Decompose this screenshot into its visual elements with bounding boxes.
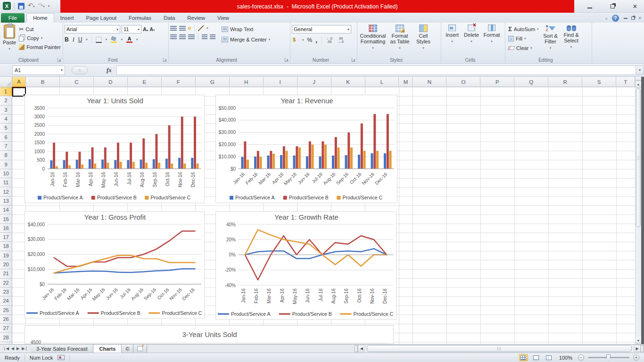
- workbook-close-icon[interactable]: ×: [638, 16, 641, 21]
- zoom-in-icon[interactable]: +: [633, 354, 639, 361]
- row-header-24[interactable]: 24: [0, 296, 12, 305]
- horizontal-split-handle-right[interactable]: [641, 345, 644, 352]
- comma-style-icon[interactable]: ,: [315, 36, 317, 44]
- align-bottom-icon[interactable]: [188, 27, 191, 30]
- chart-three-year-units-sold[interactable]: 3-Year Units Sold 4500: [25, 325, 394, 344]
- column-header-r[interactable]: R: [548, 77, 582, 87]
- next-sheet-icon[interactable]: ▶: [17, 346, 19, 351]
- page-break-view-button[interactable]: [545, 354, 553, 361]
- workbook-restore-icon[interactable]: [631, 16, 635, 20]
- row-header-10[interactable]: 10: [0, 169, 12, 178]
- row-header-9[interactable]: 9: [0, 160, 12, 169]
- italic-icon[interactable]: I: [73, 36, 74, 43]
- row-header-19[interactable]: 19: [0, 251, 12, 260]
- align-center-icon[interactable]: [179, 34, 186, 39]
- name-box-dropdown-icon[interactable]: ▾: [61, 68, 63, 72]
- increase-indent-icon[interactable]: [210, 34, 215, 39]
- row-header-25[interactable]: 25: [0, 306, 12, 315]
- minimize-button[interactable]: [586, 3, 594, 10]
- last-sheet-icon[interactable]: ▶❘: [22, 346, 28, 351]
- row-header-28[interactable]: 28: [0, 333, 12, 342]
- column-header-q[interactable]: Q: [514, 77, 548, 87]
- zoom-level[interactable]: 100%: [559, 355, 572, 361]
- scroll-down-icon[interactable]: ▼: [636, 337, 641, 344]
- row-header-23[interactable]: 23: [0, 288, 12, 296]
- column-header-s[interactable]: S: [582, 77, 616, 87]
- font-dialog-launcher-icon[interactable]: [163, 58, 167, 62]
- align-top-icon[interactable]: [170, 26, 177, 31]
- fill-color-icon[interactable]: [111, 37, 117, 43]
- row-header-17[interactable]: 17: [0, 233, 12, 242]
- orientation-icon[interactable]: [198, 25, 204, 31]
- undo-icon[interactable]: ↶▾: [28, 2, 34, 9]
- increase-decimal-icon[interactable]: ←.0.00: [325, 37, 333, 43]
- font-size-select[interactable]: 11▾: [122, 25, 141, 33]
- close-button[interactable]: ×: [631, 2, 639, 11]
- row-header-15[interactable]: 15: [0, 214, 12, 223]
- zoom-slider[interactable]: [588, 357, 629, 358]
- underline-icon[interactable]: U: [78, 36, 83, 43]
- sort-filter-button[interactable]: AZ Sort & Filter▾: [540, 24, 561, 51]
- column-header-m[interactable]: M: [399, 77, 413, 87]
- customize-qat-icon[interactable]: ▾: [48, 4, 50, 8]
- cell-styles-button[interactable]: Cell Styles▾: [413, 24, 434, 51]
- column-header-e[interactable]: E: [128, 77, 162, 87]
- merge-center-button[interactable]: Merge & Center▾: [220, 35, 272, 44]
- ribbon-tab-home[interactable]: Home: [26, 13, 54, 23]
- column-header-j[interactable]: J: [297, 77, 331, 87]
- row-header-2[interactable]: 2: [0, 96, 12, 105]
- column-header-b[interactable]: B: [26, 77, 60, 87]
- row-header-4[interactable]: 4: [0, 115, 12, 123]
- align-left-icon[interactable]: [170, 34, 177, 39]
- row-header-11[interactable]: 11: [0, 178, 12, 187]
- column-header-h[interactable]: H: [230, 77, 264, 87]
- workbook-minimize-icon[interactable]: [624, 18, 627, 19]
- sheet-tab-3-year-sales-forecast[interactable]: 3-Year Sales Forecast: [31, 345, 93, 353]
- first-sheet-icon[interactable]: ❘◀: [3, 346, 9, 351]
- zoom-out-icon[interactable]: −: [578, 354, 584, 361]
- sheet-tab-charts[interactable]: Charts: [93, 344, 122, 353]
- select-all-corner[interactable]: [0, 77, 12, 87]
- name-box[interactable]: A1 ▾: [12, 66, 65, 75]
- column-header-g[interactable]: G: [196, 77, 230, 87]
- row-header-5[interactable]: 5: [0, 123, 12, 132]
- row-header-16[interactable]: 16: [0, 224, 12, 233]
- page-layout-view-button[interactable]: [532, 354, 541, 361]
- chart-growth-rate[interactable]: -40%-20%0%20%40%Jan-16Feb-16Mar-16Apr-16…: [215, 211, 396, 320]
- insert-function-icon[interactable]: fx: [107, 66, 112, 74]
- row-header-14[interactable]: 14: [0, 206, 12, 214]
- column-header-k[interactable]: K: [331, 77, 365, 87]
- conditional-formatting-button[interactable]: Conditional Formatting▾: [359, 24, 387, 51]
- redo-icon[interactable]: ↷▾: [38, 2, 44, 9]
- delete-cells-button[interactable]: Delete▾: [462, 24, 481, 44]
- row-header-8[interactable]: 8: [0, 151, 12, 160]
- row-header-21[interactable]: 21: [0, 269, 12, 278]
- column-header-o[interactable]: O: [446, 77, 480, 87]
- column-header-c[interactable]: C: [60, 77, 94, 87]
- row-header-18[interactable]: 18: [0, 242, 12, 251]
- row-header-1[interactable]: 1: [0, 87, 12, 96]
- paste-button[interactable]: Paste ▾: [1, 24, 17, 52]
- column-header-l[interactable]: L: [365, 77, 399, 87]
- format-cells-button[interactable]: Format▾: [481, 24, 502, 44]
- wrap-text-button[interactable]: Wrap Text: [220, 25, 272, 33]
- row-header-7[interactable]: 7: [0, 142, 12, 151]
- bold-icon[interactable]: B: [65, 36, 69, 43]
- row-header-3[interactable]: 3: [0, 106, 12, 115]
- sheet-tab-[interactable]: ©: [122, 345, 133, 353]
- font-color-icon[interactable]: A: [126, 36, 132, 43]
- vertical-scroll-thumb[interactable]: [636, 88, 641, 227]
- column-header-n[interactable]: N: [413, 77, 446, 87]
- insert-cells-button[interactable]: Insert▾: [443, 24, 462, 44]
- row-header-26[interactable]: 26: [0, 315, 12, 324]
- fill-button[interactable]: ↓Fill▾: [507, 34, 540, 43]
- format-as-table-button[interactable]: Format as Table▾: [387, 24, 413, 51]
- decrease-decimal-icon[interactable]: .00→.0: [337, 37, 345, 43]
- column-header-i[interactable]: I: [264, 77, 297, 87]
- percent-style-icon[interactable]: %: [307, 37, 313, 43]
- ribbon-tab-data[interactable]: Data: [157, 14, 181, 23]
- formula-input[interactable]: [116, 66, 636, 75]
- ribbon-tab-view[interactable]: View: [211, 14, 235, 23]
- vertical-scrollbar[interactable]: ▲ ▼: [635, 77, 641, 344]
- chart-gross-profit[interactable]: $0$10,000$20,000$30,000$40,000Jan-16Feb-…: [25, 211, 205, 319]
